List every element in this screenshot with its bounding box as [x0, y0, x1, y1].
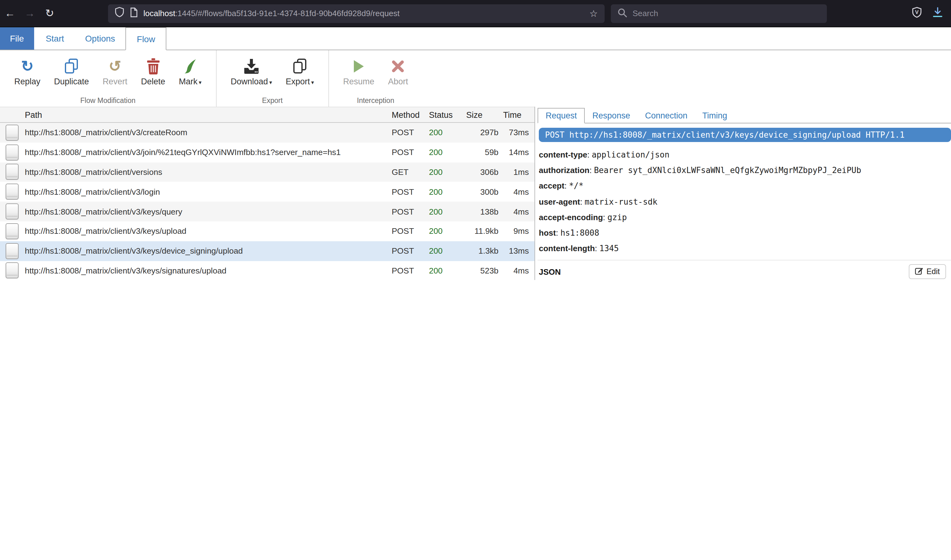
copy-icon	[292, 57, 307, 76]
menu-tab-bar: File Start Options Flow	[0, 27, 951, 50]
column-header-method[interactable]: Method	[392, 110, 429, 119]
tab-options[interactable]: Options	[74, 27, 126, 49]
export-button[interactable]: Export▾	[279, 55, 321, 88]
body-format-label: JSON	[539, 267, 561, 277]
request-line[interactable]: POST http://hs1:8008/_matrix/client/v3/k…	[539, 128, 951, 142]
tab-file[interactable]: File	[0, 27, 34, 49]
tab-start[interactable]: Start	[35, 27, 74, 49]
table-row[interactable]: http://hs1:8008/_matrix/client/versionsG…	[0, 162, 534, 182]
duplicate-button[interactable]: Duplicate	[47, 55, 96, 88]
x-icon	[391, 57, 405, 76]
resource-icon	[6, 223, 19, 239]
download-icon	[243, 57, 259, 76]
column-header-path[interactable]: Path	[25, 110, 392, 119]
table-row[interactable]: http://hs1:8008/_matrix/client/v3/keys/q…	[0, 202, 534, 222]
forward-icon[interactable]: →	[20, 7, 40, 20]
flow-toolbar: ↻ Replay Duplicate ↺ Revert Delete	[0, 50, 951, 107]
request-header: accept: */*	[539, 178, 951, 194]
replay-button[interactable]: ↻ Replay	[8, 55, 47, 88]
url-bar[interactable]: localhost:1445/#/flows/fba5f13d-91e1-437…	[108, 4, 605, 23]
group-label-interception: Interception	[337, 95, 415, 105]
table-row[interactable]: http://hs1:8008/_matrix/client/v3/join/%…	[0, 143, 534, 163]
request-header: accept-encoding: gzip	[539, 209, 951, 225]
brush-icon	[183, 57, 198, 76]
flow-table-body: http://hs1:8008/_matrix/client/v3/create…	[0, 123, 534, 280]
request-headers: content-type: application/jsonauthorizat…	[539, 147, 951, 257]
tab-timing[interactable]: Timing	[695, 109, 735, 123]
dropdown-caret-icon: ▾	[311, 79, 314, 86]
delete-button[interactable]: Delete	[134, 55, 172, 88]
reload-icon[interactable]: ↻	[40, 7, 60, 20]
table-row[interactable]: http://hs1:8008/_matrix/client/v3/keys/d…	[0, 241, 534, 261]
extension-shield-icon[interactable]: V	[912, 6, 922, 20]
group-flow-modification: ↻ Replay Duplicate ↺ Revert Delete	[0, 50, 216, 107]
search-icon	[618, 8, 627, 19]
bookmark-star-icon[interactable]: ☆	[590, 8, 598, 19]
replay-icon: ↻	[21, 58, 34, 74]
request-header: host: hs1:8008	[539, 225, 951, 241]
duplicate-icon	[64, 57, 79, 76]
resource-icon	[6, 243, 19, 259]
dropdown-caret-icon: ▾	[199, 79, 201, 86]
browser-search-bar[interactable]: Search	[611, 4, 827, 23]
revert-button[interactable]: ↺ Revert	[96, 55, 134, 88]
downloads-icon[interactable]	[932, 7, 943, 20]
trash-icon	[146, 57, 160, 76]
column-header-size[interactable]: Size	[466, 110, 499, 119]
column-header-time[interactable]: Time	[499, 110, 534, 119]
column-header-status[interactable]: Status	[429, 110, 466, 119]
dropdown-caret-icon: ▾	[269, 79, 272, 86]
flow-detail-panel: RequestResponseConnectionTiming POST htt…	[535, 107, 951, 280]
group-label-flow-modification: Flow Modification	[8, 95, 208, 105]
table-row[interactable]: http://hs1:8008/_matrix/client/v3/keys/s…	[0, 261, 534, 280]
group-export: Download▾ Export▾ Export	[216, 50, 328, 107]
download-button[interactable]: Download▾	[224, 55, 279, 88]
request-header: content-type: application/json	[539, 147, 951, 163]
tab-request[interactable]: Request	[537, 108, 585, 123]
play-icon	[352, 57, 366, 76]
tab-response[interactable]: Response	[585, 109, 638, 123]
app-window: ← → ↻ localhost:1445/#/flows/fba5f13d-91…	[0, 0, 951, 280]
request-header: authorization: Bearer syt_dXNlci0xLWFsaW…	[539, 163, 951, 178]
revert-icon: ↺	[109, 58, 121, 74]
url-text[interactable]: localhost:1445/#/flows/fba5f13d-91e1-437…	[144, 9, 400, 18]
table-row[interactable]: http://hs1:8008/_matrix/client/v3/create…	[0, 123, 534, 143]
abort-button[interactable]: Abort	[381, 55, 415, 88]
edit-pencil-icon	[915, 267, 923, 277]
resource-icon	[6, 144, 19, 160]
table-row[interactable]: http://hs1:8008/_matrix/client/v3/loginP…	[0, 182, 534, 202]
request-header: content-length: 1345	[539, 241, 951, 256]
group-label-export: Export	[224, 95, 321, 105]
shield-icon[interactable]	[115, 7, 124, 20]
resource-icon	[6, 164, 19, 180]
divider	[537, 260, 951, 261]
flow-table-header: Path Method Status Size Time	[0, 107, 534, 123]
detail-tabs: RequestResponseConnectionTiming	[537, 107, 951, 123]
edit-button[interactable]: Edit	[909, 265, 946, 279]
tab-connection[interactable]: Connection	[638, 109, 695, 123]
tab-flow[interactable]: Flow	[126, 27, 166, 50]
flow-list: Path Method Status Size Time http://hs1:…	[0, 107, 535, 280]
request-header: user-agent: matrix-rust-sdk	[539, 194, 951, 209]
resource-icon	[6, 203, 19, 220]
search-placeholder: Search	[633, 9, 658, 18]
back-icon[interactable]: ←	[0, 7, 20, 20]
resource-icon	[6, 263, 19, 279]
resource-icon	[6, 184, 19, 200]
resource-icon	[6, 125, 19, 141]
browser-toolbar: ← → ↻ localhost:1445/#/flows/fba5f13d-91…	[0, 0, 951, 27]
page-info-icon[interactable]	[130, 7, 138, 20]
resume-button[interactable]: Resume	[337, 55, 381, 88]
svg-text:V: V	[915, 9, 919, 15]
mark-button[interactable]: Mark▾	[172, 55, 208, 88]
group-interception: Resume Abort Interception	[328, 50, 422, 107]
table-row[interactable]: http://hs1:8008/_matrix/client/v3/keys/u…	[0, 222, 534, 241]
